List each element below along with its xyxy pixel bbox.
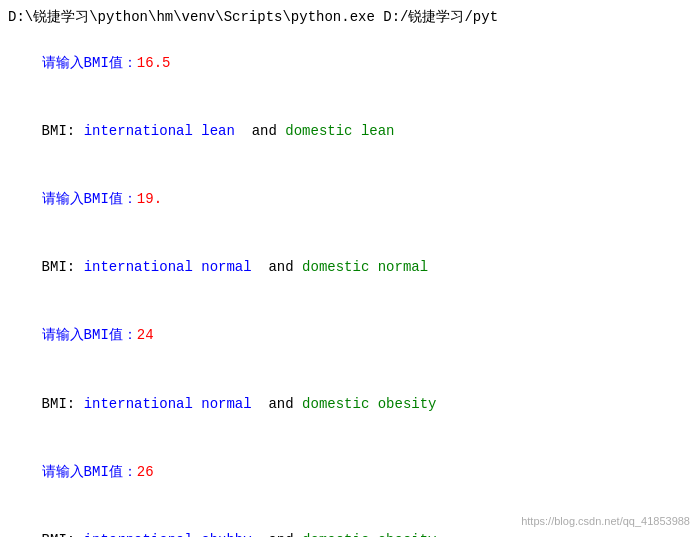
result-prefix-3: BMI: <box>42 532 84 537</box>
result-prefix-2: BMI: <box>42 396 84 412</box>
result-and-1: and <box>260 259 302 275</box>
result-and-0: and <box>243 123 285 139</box>
prompt-line-3: 请输入BMI值：26 <box>8 438 690 505</box>
prompt-label-2: 请输入BMI值： <box>42 327 137 343</box>
result-dom-3: domestic obesity <box>302 532 436 537</box>
prompt-label-0: 请输入BMI值： <box>42 55 137 71</box>
prompt-value-0: 16.5 <box>137 55 171 71</box>
result-dom-0: domestic lean <box>285 123 394 139</box>
prompt-value-2: 24 <box>137 327 154 343</box>
prompt-value-3: 26 <box>137 464 154 480</box>
prompt-line-1: 请输入BMI值：19. <box>8 166 690 233</box>
result-and-2: and <box>260 396 302 412</box>
watermark: https://blog.csdn.net/qq_41853988 <box>521 515 690 527</box>
prompt-value-1: 19. <box>137 191 162 207</box>
result-int-0: international lean <box>84 123 244 139</box>
result-prefix-1: BMI: <box>42 259 84 275</box>
result-line-0: BMI: international lean and domestic lea… <box>8 98 690 165</box>
terminal-window: D:\锐捷学习\python\hm\venv\Scripts\python.ex… <box>0 0 698 537</box>
result-int-2: international normal <box>84 396 260 412</box>
result-dom-1: domestic normal <box>302 259 428 275</box>
prompt-label-3: 请输入BMI值： <box>42 464 137 480</box>
path-line: D:\锐捷学习\python\hm\venv\Scripts\python.ex… <box>8 6 690 28</box>
result-prefix-0: BMI: <box>42 123 84 139</box>
result-int-1: international normal <box>84 259 260 275</box>
prompt-line-0: 请输入BMI值：16.5 <box>8 29 690 96</box>
result-and-3: and <box>260 532 302 537</box>
result-int-3: international chubby <box>84 532 260 537</box>
prompt-label-1: 请输入BMI值： <box>42 191 137 207</box>
result-line-1: BMI: international normal and domestic n… <box>8 234 690 301</box>
prompt-line-2: 请输入BMI值：24 <box>8 302 690 369</box>
result-dom-2: domestic obesity <box>302 396 436 412</box>
result-line-2: BMI: international normal and domestic o… <box>8 370 690 437</box>
